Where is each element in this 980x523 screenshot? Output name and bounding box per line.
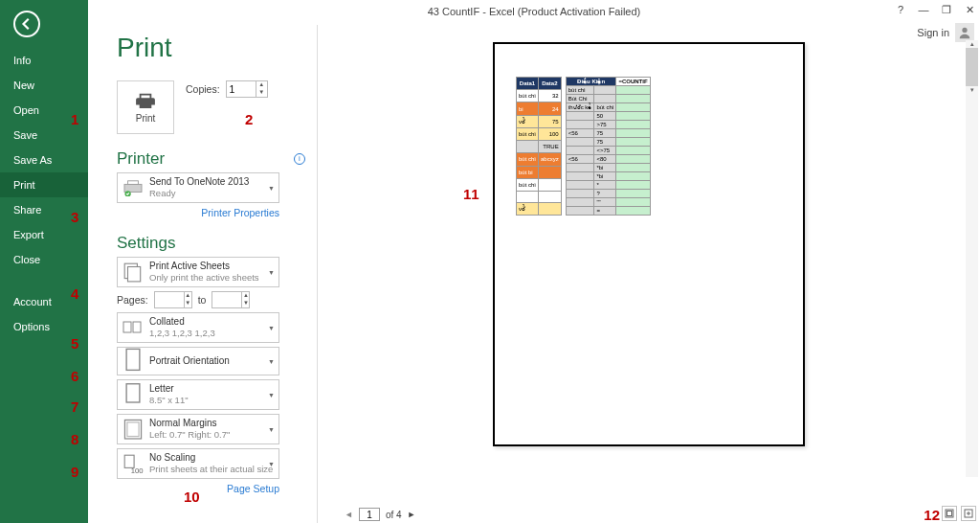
margins-icon <box>122 419 144 440</box>
pages-to-input[interactable] <box>212 292 241 307</box>
collate-sub: 1,2,3 1,2,3 1,2,3 <box>149 328 274 339</box>
svg-rect-6 <box>123 322 131 332</box>
printer-dropdown[interactable]: Send To OneNote 2013 Ready ▼ <box>117 172 279 203</box>
pages-label: Pages: <box>117 294 148 306</box>
page-number-input[interactable] <box>359 508 380 521</box>
portrait-icon <box>122 351 144 372</box>
chevron-down-icon: ▼ <box>268 358 275 365</box>
svg-rect-9 <box>126 384 140 402</box>
svg-rect-2 <box>128 181 139 185</box>
pages-to-label: to <box>198 294 207 306</box>
window-title: 43 CountIF - Excel (Product Activation F… <box>428 6 641 17</box>
paper-sub: 8.5" x 11" <box>149 395 274 406</box>
annotation-12: 12 <box>924 507 940 523</box>
printer-properties-link[interactable]: Printer Properties <box>117 207 279 218</box>
svg-rect-7 <box>133 322 141 332</box>
margins-dropdown[interactable]: Normal MarginsLeft: 0.7" Right: 0.7" ▼ <box>117 414 279 444</box>
sidebar-item-save[interactable]: Save <box>0 123 88 148</box>
page-title: Print <box>117 33 317 63</box>
svg-rect-5 <box>128 267 141 282</box>
copies-input[interactable] <box>227 81 256 97</box>
next-page-button[interactable]: ► <box>408 510 416 519</box>
pages-to-spinner[interactable]: ▲▼ <box>212 291 250 308</box>
copies-label: Copies: <box>186 83 220 95</box>
paper-main: Letter <box>149 383 274 395</box>
svg-text:100: 100 <box>131 466 144 474</box>
titlebar: 43 CountIF - Excel (Product Activation F… <box>88 0 980 25</box>
prev-page-button[interactable]: ◄ <box>345 510 353 519</box>
page-setup-link[interactable]: Page Setup <box>117 483 279 494</box>
sidebar-item-new[interactable]: New <box>0 73 88 98</box>
spinner-down-icon[interactable]: ▼ <box>256 89 267 97</box>
backstage-sidebar: Info New Open Save Save As Print Share E… <box>0 0 88 523</box>
orientation-dropdown[interactable]: Portrait Orientation ▼ <box>117 347 279 375</box>
paper-size-dropdown[interactable]: Letter8.5" x 11" ▼ <box>117 379 279 410</box>
print-what-sub: Only print the active sheets <box>149 272 274 284</box>
chevron-down-icon: ▼ <box>268 269 275 276</box>
print-button-label: Print <box>136 113 156 124</box>
printer-device-icon <box>122 177 144 198</box>
show-margins-button[interactable] <box>942 506 957 521</box>
sidebar-item-print[interactable]: Print <box>0 172 88 197</box>
zoom-to-page-button[interactable] <box>961 506 976 521</box>
sidebar-item-share[interactable]: Share <box>0 197 88 222</box>
help-icon[interactable]: ? <box>894 4 907 16</box>
margins-sub: Left: 0.7" Right: 0.7" <box>149 429 274 441</box>
sidebar-item-open[interactable]: Open <box>0 98 88 123</box>
vertical-scrollbar[interactable] <box>966 40 978 477</box>
chevron-down-icon: ▼ <box>268 461 275 467</box>
sidebar-item-info[interactable]: Info <box>0 48 88 73</box>
collate-icon <box>122 317 144 338</box>
chevron-down-icon: ▼ <box>268 426 275 433</box>
scaling-main: No Scaling <box>149 452 274 464</box>
sheets-icon <box>122 262 144 283</box>
collate-dropdown[interactable]: Collated1,2,3 1,2,3 1,2,3 ▼ <box>117 312 279 343</box>
svg-rect-8 <box>126 350 140 371</box>
copies-spinner[interactable]: ▲▼ <box>226 80 268 98</box>
pages-from-input[interactable] <box>155 292 184 307</box>
chevron-down-icon: ▼ <box>268 392 275 398</box>
sidebar-item-saveas[interactable]: Save As <box>0 148 88 172</box>
printer-icon <box>135 92 156 109</box>
margins-main: Normal Margins <box>149 418 274 429</box>
printer-info-icon[interactable]: i <box>294 153 305 165</box>
restore-icon[interactable]: ❐ <box>940 4 953 16</box>
spinner-up-icon[interactable]: ▲ <box>256 81 267 89</box>
print-preview-area: 11 Data1Data2bút chì32bi24vở75bút chì100… <box>318 25 980 523</box>
printer-heading: Printer <box>117 149 165 169</box>
orientation-main: Portrait Orientation <box>149 355 274 367</box>
close-icon[interactable]: ✕ <box>963 4 976 16</box>
sidebar-item-account[interactable]: Account <box>0 289 88 314</box>
collate-main: Collated <box>149 316 274 328</box>
scaling-sub: Print sheets at their actual size <box>149 464 274 475</box>
svg-rect-15 <box>947 512 952 516</box>
sidebar-item-close[interactable]: Close <box>0 247 88 272</box>
print-what-main: Print Active Sheets <box>149 261 274 272</box>
chevron-down-icon: ▼ <box>268 185 275 192</box>
print-settings-pane: Print Print Copies: ▲▼ Pr <box>88 25 318 523</box>
pages-from-spinner[interactable]: ▲▼ <box>154 291 192 308</box>
printer-status: Ready <box>149 188 274 199</box>
minimize-icon[interactable]: — <box>917 4 930 16</box>
page-of-label: of 4 <box>386 510 402 520</box>
print-button[interactable]: Print <box>117 80 174 134</box>
settings-heading: Settings <box>117 234 175 253</box>
back-button[interactable] <box>13 11 40 37</box>
preview-page: Data1Data2bút chì32bi24vở75bút chì100TRU… <box>493 42 805 446</box>
page-icon <box>122 384 144 405</box>
printer-name: Send To OneNote 2013 <box>149 176 274 188</box>
scaling-dropdown[interactable]: 100 No ScalingPrint sheets at their actu… <box>117 448 279 479</box>
chevron-down-icon: ▼ <box>268 325 275 331</box>
sidebar-item-export[interactable]: Export <box>0 222 88 247</box>
scaling-icon: 100 <box>122 453 144 474</box>
print-what-dropdown[interactable]: Print Active SheetsOnly print the active… <box>117 257 279 287</box>
sidebar-item-options[interactable]: Options <box>0 314 88 339</box>
